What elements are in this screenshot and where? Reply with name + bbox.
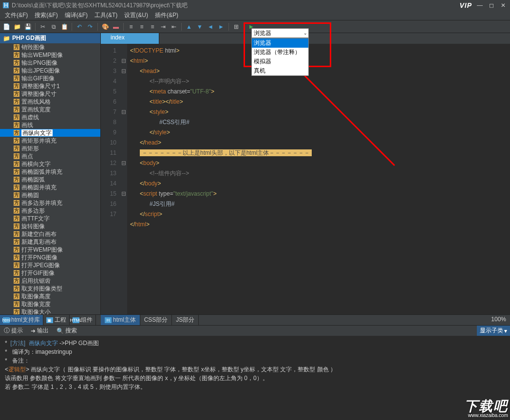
tree-label: 置画线宽度 xyxy=(21,106,51,113)
tree-item[interactable]: 方画横向文字 xyxy=(0,160,100,168)
tree-item[interactable]: 方输出PNG图像 xyxy=(0,59,100,67)
tree-item[interactable]: 方新建真彩画布 xyxy=(0,238,100,246)
dropdown-selected[interactable]: 浏览器 ⌄ xyxy=(251,28,309,38)
tree-item[interactable]: 方取图像大小 xyxy=(0,308,100,314)
tree-item[interactable]: 方置画线风格 xyxy=(0,98,100,106)
svg-text:H: H xyxy=(4,2,8,8)
show-subclass-button[interactable]: 显示子类 ▾ xyxy=(477,326,510,336)
tree-item[interactable]: 方取图像高度 xyxy=(0,292,100,300)
paste-icon[interactable]: 📋 xyxy=(60,22,69,31)
tree-item[interactable]: 方输出GIF图像 xyxy=(0,74,100,82)
method-icon: 方 xyxy=(14,270,19,276)
close-button[interactable]: ✕ xyxy=(499,2,507,9)
tree-item[interactable]: 方调整图像尺寸1 xyxy=(0,82,100,90)
sidebar-tab[interactable]: HTML组件 xyxy=(70,315,96,325)
grid-icon[interactable]: ⊞ xyxy=(232,22,241,31)
color-fill-icon[interactable]: ▬ xyxy=(112,22,120,31)
align-left-icon[interactable]: ≡ xyxy=(127,22,135,31)
tree-item[interactable]: 方调整图像尺寸 xyxy=(0,90,100,98)
tree-label: 取图像宽度 xyxy=(21,301,51,308)
tree-label: 画椭圆并填充 xyxy=(21,184,57,191)
method-icon: 方 xyxy=(14,122,19,128)
editor-section-tab[interactable]: Hhtml主体 xyxy=(101,315,140,325)
tree-item[interactable]: 方画椭圆弧 xyxy=(0,176,100,183)
tree-item[interactable]: 方画纵向文字 xyxy=(0,129,100,137)
sidebar-tab[interactable]: htmlhtml支持库 xyxy=(0,315,43,325)
align-center-icon[interactable]: ≡ xyxy=(137,22,146,31)
menu-item[interactable]: 编译(&F) xyxy=(62,10,91,20)
tree-item[interactable]: 方打开WEMP图像 xyxy=(0,246,100,254)
tree-label: 启用抗锯齿 xyxy=(21,277,51,284)
tree-item[interactable]: 方打开JPEG图像 xyxy=(0,261,100,269)
copy-icon[interactable]: ⧉ xyxy=(49,22,58,31)
menu-item[interactable]: 插件(&P) xyxy=(152,10,181,20)
tree-item[interactable]: 方画矩形并填充 xyxy=(0,137,100,145)
tab-label: JS部分 xyxy=(176,316,194,324)
tree-item[interactable]: 方画点 xyxy=(0,152,100,160)
editor-section-tab[interactable]: JS部分 xyxy=(172,315,199,325)
method-icon: 方 xyxy=(14,177,19,183)
undo-icon[interactable]: ↶ xyxy=(75,22,84,31)
tree-item[interactable]: 方画椭圆弧并填充 xyxy=(0,168,100,176)
tree-item[interactable]: 方打开PNG图像 xyxy=(0,254,100,261)
tree-item[interactable]: 方画虚线 xyxy=(0,113,100,121)
tree-item[interactable]: 方新建空白画布 xyxy=(0,230,100,238)
dropdown-option[interactable]: 浏览器（带注释） xyxy=(252,48,308,57)
tree-item[interactable]: 方画线 xyxy=(0,121,100,129)
console-tab[interactable]: 🔍搜索 xyxy=(53,326,81,336)
tree-item[interactable]: 方输出WEMP图像 xyxy=(0,51,100,59)
bookmark-icon[interactable]: ▲ xyxy=(185,22,193,31)
menu-item[interactable]: 文件(&F) xyxy=(2,10,31,20)
dropdown-option[interactable]: 浏览器 xyxy=(252,38,308,48)
new-file-icon[interactable]: 📄 xyxy=(2,22,11,31)
tree-item[interactable]: 方画多边形 xyxy=(0,207,100,215)
menu-item[interactable]: 搜索(&F) xyxy=(32,10,60,20)
tree-label: 输出GIF图像 xyxy=(21,75,55,82)
align-right-icon[interactable]: ≡ xyxy=(148,22,157,31)
method-icon: 方 xyxy=(14,83,19,89)
save-icon[interactable]: 💾 xyxy=(23,22,32,31)
menu-item[interactable]: 设置(&U) xyxy=(121,10,151,20)
code-lines[interactable]: <!DOCTYPE html><html><head><!--声明内容--><m… xyxy=(127,44,510,314)
tree-item[interactable]: 方画多边形并填充 xyxy=(0,199,100,207)
fold-gutter: ⊟⊟⊟⊟⊟ xyxy=(120,44,127,314)
menu-item[interactable]: 工具(&T) xyxy=(92,10,120,20)
method-icon: 方 xyxy=(14,146,19,151)
bookmark-prev-icon[interactable]: ◄ xyxy=(206,22,215,31)
indent-icon[interactable]: ⇥ xyxy=(159,22,168,31)
console-tab[interactable]: ⓘ提示 xyxy=(0,326,27,336)
tree-label: 画纵向文字 xyxy=(21,129,53,136)
tree-item[interactable]: 方输出JPEG图像 xyxy=(0,67,100,74)
method-icon: 方 xyxy=(14,130,19,136)
color-wheel-icon[interactable]: 🎨 xyxy=(101,22,110,31)
tree-header[interactable]: 📁 PHP GD画图 xyxy=(0,33,100,43)
redo-icon[interactable]: ↷ xyxy=(86,22,94,31)
tree-item[interactable]: 方销毁图像 xyxy=(0,43,100,51)
tree-item[interactable]: 方取支持图像类型 xyxy=(0,285,100,292)
tree-item[interactable]: 方启用抗锯齿 xyxy=(0,277,100,285)
editor-section-tab[interactable]: CSS部分 xyxy=(140,315,172,325)
bookmark-next-icon[interactable]: ▼ xyxy=(195,22,204,31)
run-target-dropdown[interactable]: 浏览器 ⌄ 浏览器浏览器（带注释）模拟器真机 xyxy=(251,28,309,76)
tree-item[interactable]: 方画椭圆 xyxy=(0,191,100,199)
tree-item[interactable]: 方旋转图像 xyxy=(0,222,100,230)
tree-item[interactable]: 方打开GIF图像 xyxy=(0,269,100,277)
console-tab[interactable]: ➜输出 xyxy=(27,326,53,336)
tree-item[interactable]: 方画矩形 xyxy=(0,145,100,152)
sidebar-tab[interactable]: ▣工程 xyxy=(43,315,70,325)
tree-item[interactable]: 方画椭圆并填充 xyxy=(0,183,100,191)
tree-item[interactable]: 方置画线宽度 xyxy=(0,106,100,113)
editor-tab-index[interactable]: index xyxy=(101,33,159,44)
dropdown-option[interactable]: 真机 xyxy=(252,66,308,75)
dropdown-option[interactable]: 模拟器 xyxy=(252,57,308,66)
minimize-button[interactable]: — xyxy=(476,2,484,9)
code-area[interactable]: 1234567891011121314151617 ⊟⊟⊟⊟⊟ <!DOCTYP… xyxy=(101,44,510,314)
tree-item[interactable]: 方取图像宽度 xyxy=(0,300,100,308)
open-folder-icon[interactable]: 📁 xyxy=(13,22,21,31)
cut-icon[interactable]: ✂ xyxy=(38,22,47,31)
method-icon: 方 xyxy=(14,161,19,167)
outdent-icon[interactable]: ⇤ xyxy=(170,22,178,31)
bookmark-clear-icon[interactable]: ► xyxy=(217,22,226,31)
maximize-button[interactable]: ◻ xyxy=(488,2,495,9)
tree-item[interactable]: 方画TTF文字 xyxy=(0,215,100,222)
